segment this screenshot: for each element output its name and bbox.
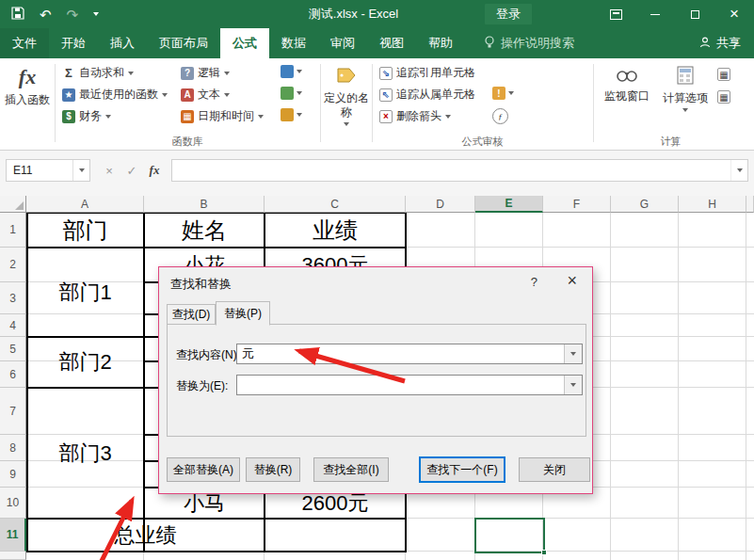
find-what-dropdown-icon[interactable]	[564, 344, 582, 363]
remove-arrows-button[interactable]: × 删除箭头	[379, 106, 451, 126]
text-button[interactable]: A 文本	[181, 85, 230, 104]
redo-icon[interactable]: ↷	[67, 8, 79, 22]
watch-window-button[interactable]: 监视窗口	[601, 66, 653, 104]
row-header-1[interactable]: 1	[0, 213, 26, 248]
tab-review[interactable]: 审阅	[318, 28, 367, 58]
column-header-b[interactable]: B	[144, 196, 265, 213]
text-label: 文本	[198, 87, 220, 103]
row-header-3[interactable]: 3	[0, 282, 26, 314]
cell-b1[interactable]: 姓名	[144, 213, 265, 248]
fill-handle[interactable]	[541, 550, 547, 555]
replace-with-input[interactable]	[236, 375, 583, 395]
error-checking-icon: !	[492, 87, 505, 100]
row-header-2[interactable]: 2	[0, 248, 26, 282]
maximize-button[interactable]	[675, 0, 714, 28]
row-header-9[interactable]: 9	[0, 461, 26, 488]
insert-function-button[interactable]: fx 插入函数	[5, 64, 50, 107]
math-trig-button[interactable]	[281, 87, 302, 100]
calculate-now-button[interactable]: ▦	[717, 68, 730, 81]
replace-with-dropdown-icon[interactable]	[564, 376, 582, 394]
row-header-6[interactable]: 6	[0, 361, 26, 388]
column-header-a[interactable]: A	[26, 196, 144, 213]
evaluate-formula-button[interactable]: ƒ	[492, 108, 508, 124]
formula-input[interactable]	[171, 159, 748, 182]
recent-functions-button[interactable]: ★ 最近使用的函数	[62, 85, 168, 104]
ribbon-tab-row: 文件 开始 插入 页面布局 公式 数据 审阅 视图 帮助 操作说明搜索 共享	[0, 28, 754, 58]
dialog-tab-replace[interactable]: 替换(P)	[216, 301, 270, 326]
column-header-f[interactable]: F	[543, 196, 611, 213]
dialog-tab-find[interactable]: 查找(D)	[167, 304, 216, 325]
group-defined-names: 定义的名称	[320, 58, 372, 151]
row-header-5[interactable]: 5	[0, 337, 26, 361]
enter-icon[interactable]: ✓	[120, 159, 143, 182]
find-what-input[interactable]: 元	[236, 344, 583, 364]
tell-me-search[interactable]: 操作说明搜索	[478, 28, 580, 58]
cell-dept2[interactable]: 部门2	[26, 337, 144, 388]
selected-cell-e11[interactable]	[474, 518, 545, 553]
tab-page-layout[interactable]: 页面布局	[147, 28, 220, 58]
autosum-button[interactable]: Σ 自动求和	[62, 63, 134, 83]
row-header-4[interactable]: 4	[0, 314, 26, 337]
cell-dept1[interactable]: 部门1	[26, 248, 144, 337]
tab-insert[interactable]: 插入	[98, 28, 147, 58]
trace-precedents-button[interactable]: ⇘ 追踪引用单元格	[379, 63, 475, 83]
find-next-button[interactable]: 查找下一个(F)	[419, 456, 505, 483]
cell-total[interactable]: 总业绩	[26, 519, 265, 552]
ribbon-display-options-icon[interactable]	[596, 0, 635, 28]
logical-button[interactable]: ? 逻辑	[181, 63, 230, 83]
formula-bar-expand-icon[interactable]	[737, 168, 743, 172]
name-box-dropdown-icon[interactable]	[79, 168, 85, 172]
cell-a1[interactable]: 部门	[26, 213, 144, 248]
insert-function-fx-icon[interactable]: fx	[143, 159, 166, 182]
cell-c1[interactable]: 业绩	[265, 213, 406, 248]
datetime-button[interactable]: ▦ 日期和时间	[181, 106, 264, 126]
replace-button[interactable]: 替换(R)	[246, 457, 300, 482]
replace-all-button[interactable]: 全部替换(A)	[167, 457, 240, 482]
error-checking-button[interactable]: !	[492, 87, 514, 100]
defined-names-button[interactable]: 定义的名称	[323, 66, 370, 126]
column-header-g[interactable]: G	[611, 196, 679, 213]
financial-button[interactable]: $ 财务	[62, 106, 111, 126]
row-header-partial[interactable]	[0, 552, 26, 560]
find-what-label: 查找内容(N):	[176, 347, 240, 363]
group-label-calculation: 计算	[593, 135, 748, 149]
row-header-10[interactable]: 10	[0, 488, 26, 519]
trace-dependents-button[interactable]: ⇖ 追踪从属单元格	[379, 85, 475, 104]
tab-home[interactable]: 开始	[49, 28, 98, 58]
more-functions-button[interactable]	[281, 108, 302, 121]
column-header-c[interactable]: C	[265, 196, 406, 213]
group-insert-function: fx 插入函数	[0, 58, 55, 151]
tab-view[interactable]: 视图	[367, 28, 416, 58]
row-header-7[interactable]: 7	[0, 388, 26, 435]
select-all-corner[interactable]	[0, 196, 26, 213]
calculation-options-button[interactable]: 计算选项	[663, 66, 708, 112]
dialog-help-icon[interactable]: ?	[531, 275, 537, 289]
tab-file[interactable]: 文件	[0, 28, 49, 58]
minimize-button[interactable]	[635, 0, 675, 28]
tab-help[interactable]: 帮助	[416, 28, 465, 58]
customize-qat-icon[interactable]	[93, 12, 99, 16]
tab-formulas[interactable]: 公式	[220, 28, 269, 58]
row-header-11[interactable]: 11	[0, 519, 26, 552]
close-button[interactable]: ×	[714, 0, 754, 28]
row-header-8[interactable]: 8	[0, 435, 26, 461]
cancel-icon[interactable]: ×	[98, 159, 120, 182]
dropdown-icon	[682, 108, 688, 112]
calculate-sheet-button[interactable]: ▦	[717, 90, 730, 104]
find-all-button[interactable]: 查找全部(I)	[313, 457, 389, 482]
cell-dept3[interactable]: 部门3	[26, 388, 144, 519]
column-header-h[interactable]: H	[679, 196, 746, 213]
column-header-e[interactable]: E	[475, 196, 543, 213]
login-button[interactable]: 登录	[485, 4, 532, 24]
save-icon[interactable]	[11, 7, 24, 22]
lookup-reference-button[interactable]	[281, 65, 302, 78]
tab-data[interactable]: 数据	[269, 28, 318, 58]
dialog-close-icon[interactable]: ×	[567, 271, 577, 291]
share-button[interactable]: 共享	[686, 28, 754, 58]
column-header-partial[interactable]	[746, 196, 754, 213]
column-header-d[interactable]: D	[406, 196, 475, 213]
lookup-reference-icon	[281, 65, 294, 78]
close-dialog-button[interactable]: 关闭	[519, 457, 590, 482]
undo-icon[interactable]: ↶	[40, 8, 52, 22]
name-box[interactable]: E11	[6, 159, 90, 182]
